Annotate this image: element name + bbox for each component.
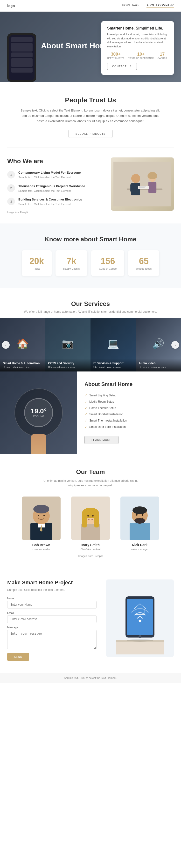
knowmore-heading: Know more about Smart Home xyxy=(7,236,174,243)
svg-point-43 xyxy=(127,639,153,642)
hero-card-heading: Smarter Home. Simplified Life. xyxy=(107,26,168,30)
feature-6-text: Smart Door Lock Installation xyxy=(89,425,126,429)
email-input[interactable] xyxy=(7,615,97,623)
who-heading: Who We are xyxy=(7,157,104,165)
team-member-1-role: creative leader xyxy=(20,548,63,551)
who-num-1: 1 xyxy=(7,171,15,179)
feature-5: ✓ Smart Thermostat Installation xyxy=(84,417,174,424)
phone-row xyxy=(11,43,33,52)
feature-4: ✓ Smart Doorbell Installation xyxy=(84,411,174,417)
nav-logo[interactable]: logo xyxy=(7,4,15,8)
team-caption: Images from Freepik xyxy=(7,555,174,557)
check-icon-6: ✓ xyxy=(84,425,87,429)
who-body-2: Sample text. Click to select the Text El… xyxy=(19,189,85,193)
feature-1: ✓ Smart Lighting Setup xyxy=(84,392,174,399)
hero-stat-3: 17 AWARDS xyxy=(157,52,167,59)
nick-dark-photo xyxy=(120,497,159,540)
who-section: Who We are 1 Contemporary Living Model F… xyxy=(0,148,181,223)
svg-point-42 xyxy=(139,635,141,638)
team-avatar-3 xyxy=(120,497,159,540)
carousel-next-btn[interactable]: › xyxy=(171,341,179,349)
thermostat-outer[interactable]: 19.0° COOLING xyxy=(14,389,63,437)
learn-more-btn[interactable]: LEARN MORE xyxy=(84,436,118,444)
stat-tasks-label: Tasks xyxy=(30,267,44,270)
service-card-2-body: Ut enim ad minim veniam. xyxy=(48,366,88,369)
svg-rect-6 xyxy=(148,182,156,193)
feature-2-text: Media Room Setup xyxy=(89,400,114,403)
smart-home-icon: 🏠 xyxy=(16,338,29,349)
hero-stat-3-num: 17 xyxy=(157,52,167,57)
service-card-1-title: Smart Home & Automation xyxy=(3,362,42,365)
svg-point-19 xyxy=(43,515,45,516)
thermostat-display: 19.0° COOLING xyxy=(14,389,63,437)
team-member-3: Nick Dark sales manager xyxy=(118,497,161,551)
send-button[interactable]: SEND xyxy=(7,653,29,661)
carousel-prev-btn[interactable]: ‹ xyxy=(2,341,10,349)
stat-clients: 7k Happy Clients xyxy=(56,250,87,276)
svg-rect-8 xyxy=(139,186,146,187)
hero-stat-1: 300+ HAPPY CLIENTS xyxy=(107,52,124,59)
phone-row xyxy=(11,37,33,42)
who-num-2: 2 xyxy=(7,184,15,192)
svg-point-18 xyxy=(38,515,39,516)
hero-stat-1-num: 300+ xyxy=(107,52,124,57)
contact-image xyxy=(106,580,174,657)
contact-btn[interactable]: CONTACT US xyxy=(107,63,137,70)
services-subtext: We offer a full range of home automation… xyxy=(7,310,174,313)
contact-form: Make Smart Home Project Sample text. Cli… xyxy=(7,580,97,661)
hero-stat-1-label: HAPPY CLIENTS xyxy=(107,57,124,59)
service-card-3-body: Ut enim ad minim veniam. xyxy=(94,366,133,369)
email-field-group: Email xyxy=(7,611,97,623)
name-input[interactable] xyxy=(7,601,97,609)
team-sub: Ut enim ad minim veniam, quis nostrud ex… xyxy=(40,478,141,488)
who-item-1: 1 Contemporary Living Model For Everyone… xyxy=(7,171,104,180)
who-illustration xyxy=(113,160,171,208)
message-input[interactable] xyxy=(7,630,97,649)
about-home-heading: About Smart Home xyxy=(84,381,174,388)
navigation: logo HOME PAGE ABOUT COMPANY xyxy=(0,0,181,11)
who-text-1: Contemporary Living Model For Everyone S… xyxy=(19,171,81,180)
cctv-icon: 📷 xyxy=(62,338,74,349)
service-card-4-body: Ut enim ad minim veniam. xyxy=(139,366,178,369)
contact-illustration xyxy=(111,582,169,654)
service-card-1-overlay: Smart Home & Automation Ut enim ad minim… xyxy=(0,359,45,371)
feature-2: ✓ Media Room Setup xyxy=(84,399,174,405)
it-services-icon: 💻 xyxy=(107,338,119,349)
stats-grid: 20k Tasks 7k Happy Clients 156 Cups of C… xyxy=(7,250,174,276)
feature-1-text: Smart Lighting Setup xyxy=(89,394,116,397)
phone-row xyxy=(11,53,33,57)
knowmore-section: Know more about Smart Home 20k Tasks 7k … xyxy=(0,223,181,288)
team-member-3-name: Nick Dark xyxy=(118,543,161,547)
stat-clients-label: Happy Clients xyxy=(63,267,80,270)
hero-stat-2-num: 10+ xyxy=(128,52,154,57)
footer: Sample text. Click to select the Text El… xyxy=(0,673,181,683)
service-card-2[interactable]: 📷 CCTV and Security Ut enim ad minim ven… xyxy=(45,318,91,371)
stat-tasks: 20k Tasks xyxy=(22,250,52,276)
nav-home[interactable]: HOME PAGE xyxy=(122,3,141,8)
hand-graphic xyxy=(31,434,46,454)
who-title-1: Contemporary Living Model For Everyone xyxy=(19,171,81,174)
feature-list: ✓ Smart Lighting Setup ✓ Media Room Setu… xyxy=(84,392,174,430)
name-field-group: Name xyxy=(7,597,97,609)
service-card-3[interactable]: 💻 IT Services & Support Ut enim ad minim… xyxy=(90,318,136,371)
who-text-3: Building Services & Consumer Electronics… xyxy=(19,197,82,206)
see-all-btn[interactable]: SEE ALL PRODUCTS xyxy=(69,130,112,138)
svg-point-31 xyxy=(133,506,147,514)
thermostat-label: COOLING xyxy=(33,415,44,418)
who-body-3: Sample text. Click to select the Text El… xyxy=(19,202,82,206)
svg-rect-29 xyxy=(130,523,150,540)
nav-about[interactable]: ABOUT COMPANY xyxy=(146,3,174,8)
svg-rect-4 xyxy=(130,184,134,192)
phone-row xyxy=(11,68,33,72)
hero-phone-mockup xyxy=(7,33,36,82)
nav-links: HOME PAGE ABOUT COMPANY xyxy=(122,3,174,8)
services-heading: Our Services xyxy=(7,300,174,308)
team-avatar-2 xyxy=(71,497,110,540)
services-header: Our Services We offer a full range of ho… xyxy=(0,300,181,318)
email-label: Email xyxy=(7,611,97,614)
svg-rect-9 xyxy=(139,187,145,188)
feature-4-text: Smart Doorbell Installation xyxy=(89,412,123,416)
svg-point-33 xyxy=(136,514,138,516)
svg-rect-24 xyxy=(82,513,87,527)
service-card-4-overlay: Audio Video Ut enim ad minim veniam. xyxy=(136,359,181,371)
